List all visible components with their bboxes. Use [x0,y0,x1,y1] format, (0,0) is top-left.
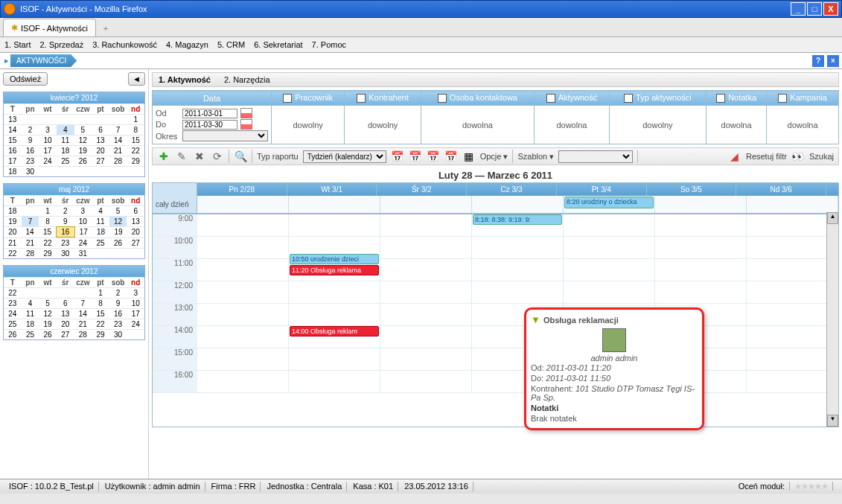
col-sr[interactable] [380,214,472,393]
minical-day[interactable] [22,287,39,298]
minical-day[interactable]: 12 [109,216,127,226]
minical-day[interactable] [127,248,144,258]
minical-day[interactable]: 9 [109,298,127,308]
menu-magazyn[interactable]: 4. Magazyn [166,40,208,49]
col-pracownik[interactable]: Pracownik [272,91,345,106]
new-tab-button[interactable]: + [96,20,115,36]
minical-day[interactable]: 15 [39,226,56,237]
cal31-icon[interactable]: 📅 [444,150,458,163]
minical-day[interactable]: 18 [57,145,74,156]
minical-day[interactable]: 20 [4,226,21,237]
scrollbar[interactable]: ▲ ▼ [826,212,838,427]
menu-sprzedaz[interactable]: 2. Sprzedaż [39,40,83,49]
minical-day[interactable] [109,114,127,124]
minical-day[interactable]: 29 [39,248,57,258]
day-sr[interactable]: Śr 3/2 [377,183,467,196]
scroll-down-icon[interactable]: ▼ [827,415,838,427]
menu-crm[interactable]: 5. CRM [217,40,245,49]
minical-day[interactable]: 4 [22,298,39,308]
minical-day[interactable]: 16 [4,145,22,156]
delete-icon[interactable]: ✖ [193,150,206,163]
minical-day[interactable]: 18 [4,205,22,216]
minical-day[interactable]: 24 [127,319,144,329]
search-icon[interactable]: 🔍 [234,150,247,163]
minical-day[interactable]: 28 [109,156,127,166]
refresh-button[interactable]: Odśwież [3,72,48,86]
day-cz[interactable]: Cz 3/3 [467,183,557,196]
minical-day[interactable]: 10 [39,135,57,145]
minical-day[interactable]: 14 [4,124,22,135]
col-nd[interactable] [747,214,838,393]
minical-day[interactable]: 26 [74,156,92,166]
minical-day[interactable]: 21 [4,237,22,248]
filter-cell[interactable]: dowolny [609,106,706,144]
minical-day[interactable] [57,166,74,176]
minical-day[interactable]: 6 [127,205,144,216]
minical-day[interactable]: 17 [127,308,144,319]
minical-day[interactable]: 3 [74,205,92,216]
checkbox-icon[interactable] [546,94,555,103]
minical-day[interactable]: 25 [4,319,22,329]
minical-day[interactable]: 19 [74,145,92,156]
minical-day[interactable] [109,248,127,258]
minical-day[interactable]: 14 [21,226,38,237]
minical-day[interactable]: 20 [92,145,109,156]
minical-day[interactable]: 14 [74,308,92,319]
minical-day[interactable]: 3 [39,124,57,135]
col-wt[interactable]: 10:50 urodzenie dzieci 11:20 Obsługa rek… [289,214,380,393]
minical-day[interactable]: 21 [74,319,92,329]
minical-day[interactable]: 25 [22,329,39,339]
minical-day[interactable]: 2 [22,124,39,135]
minical-day[interactable]: 4 [57,124,74,135]
minical-day[interactable] [127,329,144,339]
day-pt[interactable]: Pt 3/4 [557,183,647,196]
minical-day[interactable]: 22 [39,237,57,248]
minical-day[interactable] [92,166,109,176]
minical-day[interactable]: 9 [22,135,39,145]
minical-day[interactable]: 5 [109,205,127,216]
event-allday-birthday[interactable]: 8:20 urodziny o dziecka [564,197,654,208]
minical-day[interactable] [92,114,109,124]
minical-day[interactable]: 30 [109,329,127,339]
minical-day[interactable]: 30 [57,248,74,258]
minical-day[interactable]: 29 [127,156,144,166]
minical-day[interactable]: 3 [127,287,144,298]
minical-day[interactable]: 5 [39,298,57,308]
maximize-button[interactable]: □ [807,2,822,16]
cal7-icon[interactable]: 📅 [427,150,440,163]
stars-icon[interactable]: ★★★★★ [790,482,833,491]
menu-sekretariat[interactable]: 6. Sekretariat [254,40,302,49]
reset-filter-button[interactable]: Resetuj filtr [746,152,787,161]
minical-day[interactable]: 8 [92,298,109,308]
minical-day[interactable]: 15 [4,135,22,145]
minical-day[interactable]: 4 [92,205,109,216]
minimize-button[interactable]: _ [791,2,806,16]
minical-day[interactable]: 27 [57,329,74,339]
minical-day[interactable]: 24 [4,308,22,319]
menu-pomoc[interactable]: 7. Pomoc [312,40,346,49]
minical-day[interactable]: 10 [74,216,92,226]
day-so[interactable]: So 3/5 [647,183,737,196]
minical-day[interactable] [39,114,57,124]
minical-day[interactable]: 15 [92,308,109,319]
minical-day[interactable]: 18 [92,226,109,237]
minical-day[interactable]: 17 [39,145,57,156]
minical-day[interactable]: 13 [4,114,22,124]
filter-cell[interactable]: dowolna [535,106,610,144]
refresh-icon[interactable]: ⟳ [211,150,224,163]
minical-day[interactable]: 18 [22,319,39,329]
minical-day[interactable]: 26 [109,237,127,248]
col-notatka[interactable]: Notatka [706,91,766,106]
minical-day[interactable] [74,287,92,298]
minical-day[interactable] [39,166,57,176]
col-aktywnosc[interactable]: Aktywność [535,91,610,106]
minical-day[interactable]: 27 [92,156,109,166]
minical-day[interactable]: 22 [4,287,22,298]
minical-day[interactable]: 8 [127,124,144,135]
minical-day[interactable] [57,287,74,298]
minical-day[interactable]: 14 [109,135,127,145]
minical-day[interactable]: 1 [39,205,57,216]
minical-day[interactable]: 13 [57,308,74,319]
minical-day[interactable]: 13 [92,135,109,145]
minical-day[interactable]: 19 [109,226,127,237]
